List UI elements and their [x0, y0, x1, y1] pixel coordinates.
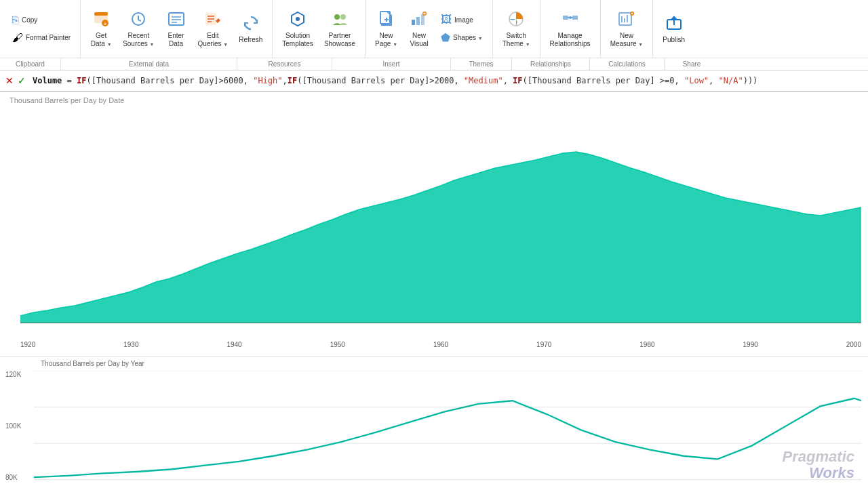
- resources-label: Resources: [237, 58, 332, 70]
- line-chart-section: Thousand Barrels per Day by Year 120K 10…: [0, 357, 868, 488]
- x-label-1960: 1960: [433, 341, 448, 348]
- relationships-label: Relationships: [512, 58, 590, 70]
- svg-point-14: [334, 14, 340, 20]
- formula-confirm-button[interactable]: ✓: [18, 75, 26, 86]
- refresh-button[interactable]: Refresh: [235, 12, 267, 47]
- watermark-line2: Works: [783, 465, 854, 481]
- get-data-label: GetData ▼: [91, 32, 112, 48]
- get-data-button[interactable]: + GetData ▼: [86, 7, 116, 51]
- format-painter-button[interactable]: 🖌 Format Painter: [8, 30, 75, 46]
- enter-data-icon: [167, 10, 185, 30]
- copy-button[interactable]: ⎘ Copy: [8, 12, 75, 28]
- x-label-1990: 1990: [743, 341, 758, 348]
- content-area: Thousand Barrels per Day by Date 1920 19…: [0, 92, 868, 488]
- external-data-label: External data: [61, 58, 237, 70]
- line-chart-y-labels: 120K 100K 80K: [5, 371, 21, 481]
- svg-rect-30: [619, 13, 631, 25]
- refresh-label: Refresh: [239, 36, 262, 44]
- clipboard-group: ⎘ Copy 🖌 Format Painter: [3, 0, 81, 58]
- y-label-80k: 80K: [5, 474, 21, 481]
- publish-button[interactable]: Publish: [658, 12, 689, 47]
- svg-rect-1: [94, 12, 108, 16]
- shapes-icon: ⬟: [441, 31, 450, 44]
- new-page-label: NewPage ▼: [375, 32, 397, 48]
- share-label: Share: [665, 58, 719, 70]
- edit-queries-button[interactable]: EditQueries ▼: [194, 7, 233, 51]
- publish-label: Publish: [663, 36, 685, 44]
- new-page-button[interactable]: NewPage ▼: [371, 7, 401, 51]
- get-data-icon: +: [92, 10, 110, 30]
- recent-sources-label: RecentSources ▼: [123, 32, 154, 48]
- recent-sources-icon: [130, 10, 147, 30]
- watermark: Pragmatic Works: [783, 449, 854, 481]
- enter-data-button[interactable]: EnterData: [161, 7, 191, 51]
- insert-group: NewPage ▼ NewVisual 🖼 Image ⬟ Shapes ▼: [366, 0, 493, 58]
- toolbar: ⎘ Copy 🖌 Format Painter + GetData ▼ Rece…: [0, 0, 868, 70]
- themes-label: Themes: [451, 58, 512, 70]
- solution-templates-label: SolutionTemplates: [282, 32, 313, 48]
- image-icon: 🖼: [441, 14, 452, 26]
- new-measure-button[interactable]: NewMeasure ▼: [606, 7, 648, 51]
- line-chart-title: Thousand Barrels per Day by Year: [41, 360, 144, 367]
- clipboard-label: Clipboard: [0, 58, 61, 70]
- new-measure-icon: [618, 10, 635, 30]
- formula-text[interactable]: Volume = IF([Thousand Barrels per Day]>6…: [30, 75, 863, 87]
- shapes-button[interactable]: ⬟ Shapes ▼: [437, 29, 487, 46]
- x-label-1980: 1980: [639, 341, 654, 348]
- insert-label: Insert: [332, 58, 451, 70]
- enter-data-label: EnterData: [168, 32, 184, 48]
- shapes-label: Shapes ▼: [453, 34, 483, 41]
- x-label-1920: 1920: [20, 341, 35, 348]
- switch-theme-label: SwitchTheme ▼: [502, 32, 530, 48]
- y-label-120k: 120K: [5, 371, 21, 378]
- recent-sources-button[interactable]: RecentSources ▼: [119, 7, 158, 51]
- solution-templates-icon: [289, 10, 307, 30]
- svg-text:+: +: [104, 21, 107, 27]
- svg-rect-27: [572, 16, 578, 20]
- edit-queries-label: EditQueries ▼: [198, 32, 229, 48]
- area-chart-x-axis: 1920 1930 1940 1950 1960 1970 1980 1990 …: [20, 341, 861, 348]
- area-chart: 1920 1930 1940 1950 1960 1970 1980 1990 …: [0, 106, 868, 350]
- image-button[interactable]: 🖼 Image: [437, 12, 487, 28]
- manage-relationships-icon: [561, 10, 579, 30]
- calculations-label: Calculations: [590, 58, 665, 70]
- copy-icon: ⎘: [12, 14, 19, 26]
- svg-point-15: [340, 14, 346, 20]
- x-label-1940: 1940: [226, 341, 241, 348]
- edit-queries-icon: [204, 10, 222, 30]
- resources-group: SolutionTemplates PartnerShowcase: [273, 0, 366, 58]
- solution-templates-button[interactable]: SolutionTemplates: [278, 7, 317, 51]
- formula-cancel-button[interactable]: ✕: [5, 75, 14, 86]
- formula-bar: ✕ ✓ Volume = IF([Thousand Barrels per Da…: [0, 70, 868, 92]
- image-label: Image: [454, 16, 473, 24]
- themes-group: SwitchTheme ▼: [493, 0, 540, 58]
- new-measure-label: NewMeasure ▼: [610, 32, 644, 48]
- relationships-group: ManageRelationships: [540, 0, 601, 58]
- switch-theme-button[interactable]: SwitchTheme ▼: [498, 7, 534, 51]
- svg-rect-5: [169, 13, 184, 25]
- external-data-group: + GetData ▼ RecentSources ▼ EnterData: [81, 0, 273, 58]
- manage-relationships-label: ManageRelationships: [550, 32, 591, 48]
- svg-point-29: [569, 16, 572, 19]
- svg-rect-26: [563, 16, 568, 20]
- new-visual-button[interactable]: NewVisual: [404, 7, 434, 51]
- new-visual-label: NewVisual: [410, 32, 429, 48]
- publish-icon: [665, 14, 683, 35]
- svg-rect-19: [412, 20, 415, 25]
- new-page-icon: [378, 10, 395, 30]
- switch-theme-icon: [507, 10, 525, 30]
- x-label-1930: 1930: [123, 341, 138, 348]
- x-label-2000: 2000: [846, 341, 861, 348]
- watermark-line1: Pragmatic: [783, 449, 854, 465]
- share-group: Publish: [653, 0, 694, 58]
- x-label-1950: 1950: [330, 341, 345, 348]
- new-visual-icon: [410, 10, 428, 30]
- y-label-100k: 100K: [5, 422, 21, 430]
- format-painter-icon: 🖌: [12, 32, 23, 44]
- partner-showcase-button[interactable]: PartnerShowcase: [320, 7, 359, 51]
- partner-showcase-icon: [331, 10, 349, 30]
- copy-label: Copy: [22, 16, 37, 24]
- manage-relationships-button[interactable]: ManageRelationships: [546, 7, 595, 51]
- area-chart-title: Thousand Barrels per Day by Date: [9, 96, 124, 104]
- format-painter-label: Format Painter: [26, 34, 71, 41]
